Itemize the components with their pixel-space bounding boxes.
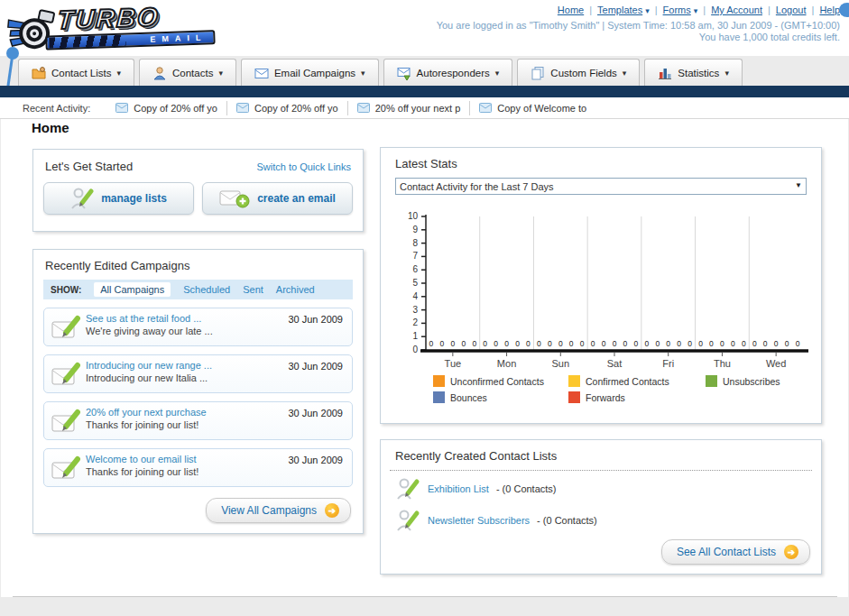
campaign-description: Thanks for joining our list! bbox=[86, 419, 345, 430]
svg-text:0: 0 bbox=[483, 339, 487, 348]
switch-quick-links-link[interactable]: Switch to Quick Links bbox=[256, 161, 351, 172]
svg-text:0: 0 bbox=[548, 339, 552, 348]
contact-list-item[interactable]: Newsletter Subscribers - (0 Contacts) bbox=[381, 502, 821, 534]
recent-activity-text: Copy of 20% off yo bbox=[254, 103, 338, 114]
create-email-button[interactable]: create an email bbox=[202, 182, 353, 215]
svg-text:0: 0 bbox=[591, 339, 595, 348]
nav-link-logout[interactable]: Logout bbox=[776, 5, 807, 15]
envelope-pencil-icon bbox=[51, 315, 80, 340]
contact-list-link[interactable]: Newsletter Subscribers bbox=[428, 515, 530, 526]
campaign-date: 30 Jun 2009 bbox=[288, 314, 343, 325]
tab-contacts[interactable]: Contacts ▾ bbox=[139, 59, 236, 86]
svg-text:0: 0 bbox=[752, 339, 757, 348]
nav-link-home[interactable]: Home bbox=[558, 5, 584, 15]
svg-text:0: 0 bbox=[440, 339, 445, 348]
top-nav: Home|Templates▾|Forms▾|My Account|Logout… bbox=[558, 5, 840, 15]
nav-link-help[interactable]: Help bbox=[819, 5, 840, 15]
nav-link-templates[interactable]: Templates▾ bbox=[597, 5, 650, 15]
svg-text:0: 0 bbox=[655, 339, 660, 348]
recent-activity-label: Recent Activity: bbox=[23, 103, 90, 114]
show-label: SHOW: bbox=[51, 285, 81, 295]
legend-item: Bounces bbox=[433, 391, 568, 403]
svg-text:0: 0 bbox=[634, 339, 639, 348]
svg-text:0: 0 bbox=[461, 339, 466, 348]
recent-activity-item[interactable]: Copy of 20% off yo bbox=[106, 101, 227, 115]
svg-text:0: 0 bbox=[731, 339, 735, 348]
get-started-panel: Let's Get Started Switch to Quick Links … bbox=[32, 149, 364, 232]
envelope-icon bbox=[479, 103, 492, 113]
svg-text:0: 0 bbox=[515, 339, 520, 348]
tab-email-campaigns[interactable]: Email Campaigns ▾ bbox=[241, 59, 379, 86]
campaign-date: 30 Jun 2009 bbox=[288, 408, 343, 418]
header: TURBO EMAIL Home|Templates▾|Forms▾|My Ac… bbox=[0, 0, 849, 56]
contact-lists-title: Recently Created Contact Lists bbox=[381, 440, 821, 470]
filter-all-campaigns[interactable]: All Campaigns bbox=[94, 282, 171, 297]
bar-chart-icon bbox=[658, 66, 672, 80]
nav-link-forms[interactable]: Forms▾ bbox=[663, 5, 698, 15]
user-pencil-icon bbox=[397, 476, 420, 501]
svg-text:0: 0 bbox=[644, 339, 649, 348]
campaigns-filter-bar: SHOW: All Campaigns Scheduled Sent Archi… bbox=[43, 280, 353, 299]
stats-period-select[interactable]: Contact Activity for the Last 7 Days bbox=[395, 178, 807, 195]
chevron-down-icon: ▾ bbox=[645, 6, 650, 15]
campaign-row[interactable]: Welcome to our email list Thanks for joi… bbox=[43, 448, 353, 487]
tab-statistics[interactable]: Statistics ▾ bbox=[644, 59, 743, 86]
nav-link-my-account[interactable]: My Account bbox=[711, 5, 762, 15]
filter-sent[interactable]: Sent bbox=[243, 284, 263, 295]
envelope-arrow-icon bbox=[397, 66, 411, 80]
chart-legend: Unconfirmed ContactsConfirmed ContactsUn… bbox=[433, 375, 812, 408]
stats-chart: 01234567891000000Tue00000Mon00000Sun0000… bbox=[390, 209, 814, 373]
chevron-down-icon: ▾ bbox=[623, 69, 627, 78]
campaign-row[interactable]: See us at the retail food ... We're givi… bbox=[43, 308, 353, 346]
svg-text:0: 0 bbox=[429, 339, 434, 348]
see-all-contact-lists-button[interactable]: See All Contact Lists ➔ bbox=[661, 539, 810, 565]
get-started-title: Let's Get Started bbox=[45, 160, 133, 173]
svg-text:0: 0 bbox=[623, 339, 628, 348]
view-all-campaigns-label: View All Campaigns bbox=[221, 504, 317, 517]
arrow-right-icon: ➔ bbox=[325, 503, 339, 518]
login-info: You are logged in as "Timothy Smith" | S… bbox=[437, 20, 840, 31]
legend-item: Confirmed Contacts bbox=[568, 375, 706, 387]
recent-activity-bar: Recent Activity: Copy of 20% off yo Copy… bbox=[0, 97, 849, 119]
recent-activity-item[interactable]: 20% off your next p bbox=[348, 101, 471, 115]
chevron-down-icon: ▾ bbox=[694, 6, 698, 15]
manage-lists-button[interactable]: manage lists bbox=[43, 182, 194, 215]
help-bubble-icon[interactable] bbox=[839, 3, 849, 17]
campaigns-panel: Recently Edited Campaigns SHOW: All Camp… bbox=[32, 249, 364, 534]
contact-list-item[interactable]: Exhibition List - (0 Contacts) bbox=[381, 471, 821, 502]
svg-text:9: 9 bbox=[412, 225, 418, 234]
recent-activity-item[interactable]: Copy of 20% off yo bbox=[227, 101, 348, 115]
see-all-contact-lists-label: See All Contact Lists bbox=[677, 546, 776, 558]
svg-text:Sun: Sun bbox=[551, 358, 569, 369]
tab-contact-lists[interactable]: Contact Lists ▾ bbox=[18, 59, 134, 86]
campaign-description: Introducing our new Italia ... bbox=[86, 372, 345, 383]
recent-activity-item[interactable]: Copy of Welcome to bbox=[470, 101, 595, 115]
contact-list-count: - (0 Contacts) bbox=[537, 515, 597, 526]
svg-text:0: 0 bbox=[720, 339, 724, 348]
filter-archived[interactable]: Archived bbox=[276, 284, 315, 295]
campaign-row[interactable]: Introducing our new range ... Introducin… bbox=[43, 354, 353, 393]
tab-custom-fields[interactable]: Custom Fields ▾ bbox=[517, 59, 640, 86]
create-email-label: create an email bbox=[257, 192, 336, 205]
svg-text:0: 0 bbox=[504, 339, 509, 348]
campaign-row[interactable]: 20% off your next purchase Thanks for jo… bbox=[43, 401, 353, 440]
view-all-campaigns-button[interactable]: View All Campaigns ➔ bbox=[206, 498, 351, 523]
envelope-icon bbox=[357, 103, 370, 113]
contact-list-link[interactable]: Exhibition List bbox=[428, 483, 489, 494]
tab-autoresponders[interactable]: Autoresponders ▾ bbox=[383, 59, 513, 86]
legend-item: Unsubscribes bbox=[706, 375, 780, 387]
svg-text:0: 0 bbox=[472, 339, 476, 348]
svg-text:Tue: Tue bbox=[445, 358, 462, 369]
app-logo[interactable]: TURBO EMAIL bbox=[6, 0, 225, 58]
campaign-description: We're giving away our late ... bbox=[86, 326, 345, 336]
recent-activity-text: Copy of 20% off yo bbox=[134, 103, 217, 114]
page: TURBO EMAIL Home|Templates▾|Forms▾|My Ac… bbox=[0, 0, 849, 616]
envelope-pencil-icon bbox=[51, 409, 80, 434]
campaign-date: 30 Jun 2009 bbox=[288, 361, 343, 372]
filter-scheduled[interactable]: Scheduled bbox=[183, 284, 230, 295]
svg-text:Fri: Fri bbox=[662, 358, 674, 369]
svg-text:Sat: Sat bbox=[607, 358, 623, 369]
svg-text:Thu: Thu bbox=[714, 358, 731, 369]
svg-text:0: 0 bbox=[494, 339, 498, 348]
svg-text:Mon: Mon bbox=[497, 358, 516, 369]
